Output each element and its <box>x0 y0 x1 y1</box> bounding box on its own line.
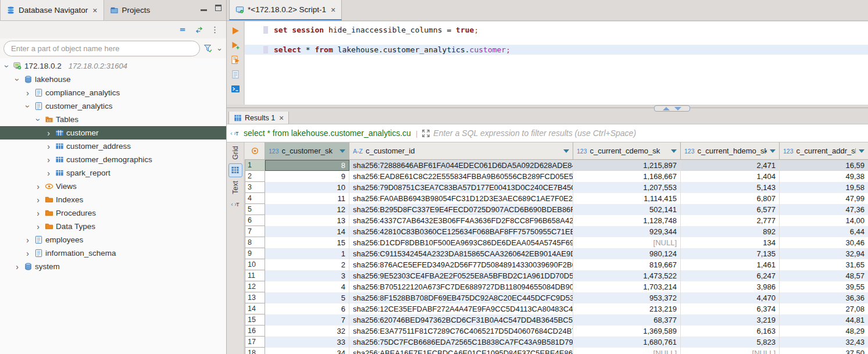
grid-cell[interactable]: 68,377 <box>573 314 681 326</box>
grid-view-icon[interactable] <box>228 163 242 177</box>
grid-cell[interactable]: sha256:D1CDF8DBB10F500EA9693C86DE6DEAA05… <box>349 237 573 248</box>
grid-cell[interactable]: 1,369,589 <box>573 326 681 337</box>
grid-cell[interactable]: 32,94 <box>780 248 868 259</box>
grid-cell[interactable]: 1,168,667 <box>573 171 681 182</box>
grid-cell[interactable]: 7,135 <box>681 248 780 259</box>
grid-cell[interactable]: 47,36 <box>780 204 868 215</box>
grid-cell[interactable]: 27,08 <box>780 303 868 314</box>
grid-cell[interactable]: 4 <box>265 281 349 292</box>
collapse-arrow-icon[interactable]: › <box>34 115 43 124</box>
grid-cell[interactable]: 1,128,748 <box>573 215 681 226</box>
grid-cell[interactable]: 1 <box>265 248 349 259</box>
expand-arrow-icon[interactable]: › <box>34 209 42 218</box>
grid-cell[interactable]: 1,404 <box>681 171 780 182</box>
expand-arrow-icon[interactable]: › <box>44 155 53 165</box>
grid-cell[interactable]: 30,46 <box>780 237 868 248</box>
grid-cell[interactable]: 19,58 <box>780 182 868 193</box>
grid-cell[interactable]: 6,247 <box>681 270 780 281</box>
expand-arrow-icon[interactable]: › <box>13 262 22 271</box>
column-filter-arrow-icon[interactable] <box>563 149 569 153</box>
object-filter-input[interactable] <box>3 41 200 56</box>
row-number[interactable]: 4 <box>245 193 265 204</box>
expand-arrow-icon[interactable]: › <box>44 128 53 138</box>
sash-collapse-control[interactable] <box>654 105 690 112</box>
maximize-icon[interactable] <box>215 5 222 11</box>
grid-cell[interactable]: 980,124 <box>573 248 681 259</box>
grid-cell[interactable]: 1,680,761 <box>573 337 681 348</box>
grid-cell[interactable]: sha256:8F1528BB708DF69EB475DC92A8C20EC44… <box>349 292 573 303</box>
row-number[interactable]: 14 <box>245 303 265 314</box>
tree-item-indexes[interactable]: ›Indexes <box>0 193 226 206</box>
row-number[interactable]: 15 <box>245 314 265 326</box>
tree-item-spark-report[interactable]: ›spark_report <box>0 166 226 180</box>
tree-item-information-schema[interactable]: ›information_schema <box>0 246 226 260</box>
text-view-icon[interactable]: ‹›T <box>228 198 242 212</box>
grid-cell[interactable]: 34 <box>265 348 349 354</box>
grid-cell[interactable]: sha256:E3A77511F81C7289C76C4065217D5D406… <box>349 326 573 337</box>
tab-projects[interactable]: Projects <box>104 0 156 20</box>
grid-cell[interactable]: sha256:B295D8FC337E9E4FECD0725D907ACD6B6… <box>349 204 573 215</box>
grid-cell[interactable]: 14 <box>265 226 349 237</box>
row-number[interactable]: 10 <box>245 259 265 270</box>
column-header-c_current_cdemo_sk[interactable]: 123c_current_cdemo_sk <box>573 142 681 159</box>
close-icon[interactable]: × <box>279 113 284 123</box>
tree-item-172-18-0-2[interactable]: ›172.18.0.2172.18.0.2:31604 <box>0 59 226 73</box>
column-header-c_current_addr_sk[interactable]: 123c_current_addr_sk <box>780 142 868 159</box>
grid-cell[interactable]: 32 <box>265 326 349 337</box>
execute-new-tab-icon[interactable] <box>231 41 240 50</box>
grid-cell[interactable]: sha256:EAD8E61C8C22E555834FBBA9B60556CB2… <box>349 171 573 182</box>
grid-cell[interactable]: sha256:876ACE5EFED349A2D56F77D5084891433… <box>349 259 573 270</box>
column-header-c_current_hdemo_sk[interactable]: 123c_current_hdemo_sk <box>681 142 780 159</box>
expand-arrow-icon[interactable]: › <box>44 142 53 151</box>
grid-cell[interactable]: sha256:9E52303CE4FBA2E2F0525E8A5BFBD2C1A… <box>349 270 573 281</box>
tree-item-customer-analytics[interactable]: ›customer_analytics <box>0 99 226 113</box>
grid-cell[interactable]: 49,38 <box>780 171 868 182</box>
column-filter-arrow-icon[interactable] <box>340 149 345 153</box>
row-number[interactable]: 2 <box>245 171 265 182</box>
grid-cell[interactable]: 4,470 <box>681 292 780 303</box>
expand-filter-icon[interactable] <box>422 130 430 137</box>
collapse-all-icon[interactable] <box>179 26 188 34</box>
grid-cell[interactable]: sha256:72888646ABF61FA044EDEC061D6DA5A09… <box>349 160 573 171</box>
tree-item-procedures[interactable]: ›Procedures <box>0 206 226 220</box>
grid-cell[interactable]: sha256:42810C83B0360CE125634F068BAF8FF75… <box>349 226 573 237</box>
expand-arrow-icon[interactable]: › <box>34 222 42 231</box>
column-filter-arrow-icon[interactable] <box>859 149 865 153</box>
grid-cell[interactable]: 32,43 <box>780 337 868 348</box>
grid-cell[interactable]: 1,207,553 <box>573 182 681 193</box>
grid-cell[interactable]: 48,57 <box>780 270 868 281</box>
link-with-editor-icon[interactable] <box>195 26 203 34</box>
grid-cell[interactable]: 37,50 <box>780 348 868 354</box>
grid-cell[interactable]: 3,219 <box>681 314 780 326</box>
row-number[interactable]: 13 <box>245 292 265 303</box>
grid-cell[interactable]: sha256:79D08751C3EA7C83BA57D177E00413D0C… <box>349 182 573 193</box>
grid-cell[interactable]: [NULL] <box>681 348 780 354</box>
grid-cell[interactable]: 134 <box>681 237 780 248</box>
grid-cell[interactable]: 15 <box>265 237 349 248</box>
editor-results-sash[interactable] <box>227 105 868 112</box>
grid-cell[interactable]: sha256:C9115342454A2323DA815865CAA326064… <box>349 248 573 259</box>
column-header-c_customer_id[interactable]: A-Zc_customer_id <box>349 142 573 159</box>
row-number[interactable]: 3 <box>245 182 265 193</box>
execute-script-icon[interactable] <box>231 55 240 65</box>
grid-cell[interactable]: 11 <box>265 193 349 204</box>
grid-cell[interactable]: sha256:12CE35EFDABF272A4A47E9FA9CC5D4113… <box>349 303 573 314</box>
sql-editor[interactable]: set session hide_inaccessible_columns = … <box>245 22 868 105</box>
grid-cell[interactable]: 9 <box>265 171 349 182</box>
row-number[interactable]: 6 <box>245 215 265 226</box>
tree-item-customer[interactable]: ›customer <box>0 126 226 140</box>
grid-cell[interactable]: 10 <box>265 182 349 193</box>
close-icon[interactable]: × <box>92 6 97 15</box>
grid-cell[interactable]: 929,344 <box>573 226 681 237</box>
grid-cell[interactable]: 3,986 <box>681 281 780 292</box>
tree-item-employees[interactable]: ›employees <box>0 233 226 246</box>
collapse-arrow-icon[interactable]: › <box>23 102 33 110</box>
grid-cell[interactable]: 7 <box>265 314 349 326</box>
expand-arrow-icon[interactable]: › <box>34 195 42 205</box>
collapse-up-icon[interactable] <box>663 107 670 110</box>
filter-funnel-icon[interactable] <box>203 44 213 53</box>
grid-cell[interactable]: 12 <box>265 204 349 215</box>
grid-cell[interactable]: 892 <box>681 226 780 237</box>
grid-cell[interactable]: 1,461 <box>681 259 780 270</box>
grid-cell[interactable]: 5,823 <box>681 337 780 348</box>
